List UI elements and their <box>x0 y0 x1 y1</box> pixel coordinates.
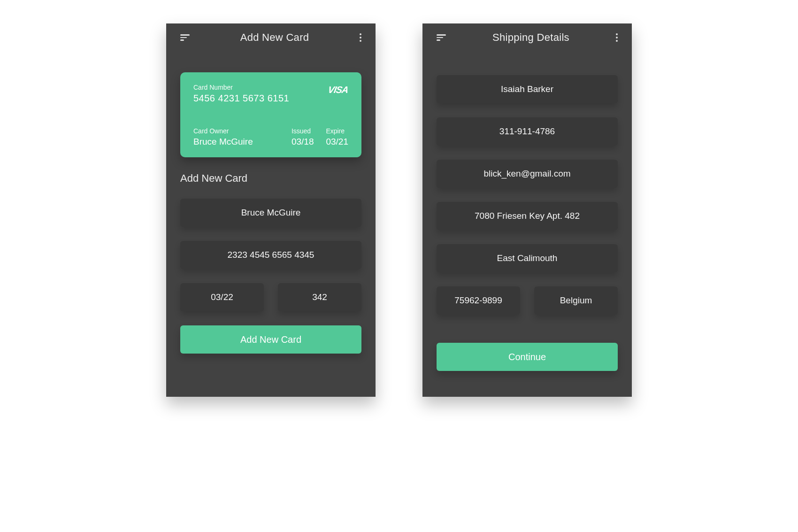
topbar: Shipping Details <box>437 23 618 52</box>
cvv-input[interactable]: 342 <box>278 283 361 311</box>
card-expire-value: 03/21 <box>326 137 348 147</box>
sort-icon[interactable] <box>437 34 446 41</box>
section-title: Add New Card <box>180 172 361 185</box>
city-input[interactable]: East Calimouth <box>437 244 618 272</box>
email-input[interactable]: blick_ken@gmail.com <box>437 160 618 188</box>
continue-button[interactable]: Continue <box>437 343 618 371</box>
card-number-input[interactable]: 2323 4545 6565 4345 <box>180 241 361 269</box>
card-owner-label: Card Owner <box>193 127 279 135</box>
country-input[interactable]: Belgium <box>534 286 618 315</box>
card-issued-value: 03/18 <box>292 137 314 147</box>
card-number-label: Card Number <box>193 84 348 91</box>
address-input[interactable]: 7080 Friesen Key Apt. 482 <box>437 202 618 230</box>
card-number-value: 5456 4231 5673 6151 <box>193 93 348 104</box>
credit-card-preview: VISA Card Number 5456 4231 5673 6151 Car… <box>180 72 361 157</box>
shipping-form: Isaiah Barker 311-911-4786 blick_ken@gma… <box>437 75 618 315</box>
card-owner-value: Bruce McGuire <box>193 137 279 147</box>
zip-input[interactable]: 75962-9899 <box>437 286 520 315</box>
topbar: Add New Card <box>180 23 361 52</box>
add-card-screen: Add New Card VISA Card Number 5456 4231 … <box>166 23 376 397</box>
screen-title: Add New Card <box>240 31 309 44</box>
card-expire-label: Expire <box>326 127 348 135</box>
more-icon[interactable] <box>360 33 361 42</box>
expiry-input[interactable]: 03/22 <box>180 283 264 311</box>
name-input[interactable]: Isaiah Barker <box>437 75 618 103</box>
phone-input[interactable]: 311-911-4786 <box>437 117 618 146</box>
shipping-screen: Shipping Details Isaiah Barker 311-911-4… <box>422 23 632 397</box>
card-issued-label: Issued <box>292 127 314 135</box>
sort-icon[interactable] <box>180 34 190 41</box>
owner-input[interactable]: Bruce McGuire <box>180 199 361 227</box>
screen-title: Shipping Details <box>492 31 569 44</box>
add-card-form: Bruce McGuire 2323 4545 6565 4345 03/22 … <box>180 199 361 311</box>
add-card-button[interactable]: Add New Card <box>180 325 361 354</box>
more-icon[interactable] <box>616 33 618 42</box>
